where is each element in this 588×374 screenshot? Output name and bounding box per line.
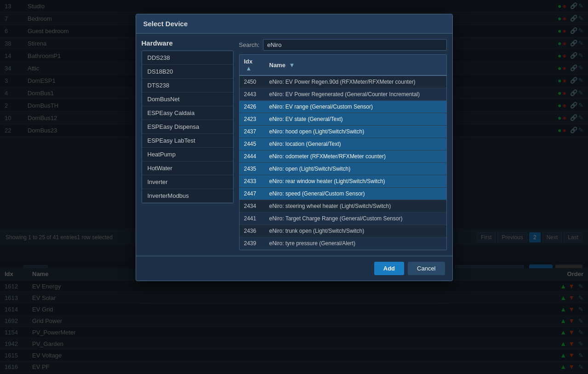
device-search: Search: xyxy=(239,39,447,51)
hardware-item[interactable]: ESPEasy Caldaia xyxy=(142,106,233,120)
device-idx: 2445 xyxy=(240,138,265,150)
hardware-item[interactable]: HeatPump xyxy=(142,148,233,161)
device-name: eNiro: EV state (General/Text) xyxy=(265,113,446,126)
modal-body: Hardware DDS238DS18B20DTS238DomBusNetESP… xyxy=(136,34,452,256)
list-item[interactable]: 2434 eNiro: steering wheel heater (Light… xyxy=(240,200,446,213)
device-idx: 2435 xyxy=(240,163,265,175)
list-item[interactable]: 2444 eNiro: odometer (RFXMeter/RFXMeter … xyxy=(240,150,446,163)
list-item[interactable]: 2426 eNiro: EV range (General/Custom Sen… xyxy=(240,101,446,113)
hardware-item[interactable]: Inverter xyxy=(142,175,233,189)
modal-footer: Add Cancel xyxy=(136,256,452,281)
list-item[interactable]: 2433 eNiro: rear window heater (Light/Sw… xyxy=(240,175,446,188)
list-item[interactable]: 2423 eNiro: EV state (General/Text) xyxy=(240,113,446,126)
device-name: eNiro: open (Light/Switch/Switch) xyxy=(265,163,446,175)
device-name: eNiro: speed (General/Custom Sensor) xyxy=(265,188,446,200)
device-name: eNiro: hood open (Light/Switch/Switch) xyxy=(265,126,446,138)
modal-title: Select Device xyxy=(143,20,188,28)
device-name: eNiro: steering wheel heater (Light/Swit… xyxy=(265,200,446,213)
idx-header-label: Idx xyxy=(244,58,253,65)
hardware-item[interactable]: ESPEasy Dispensa xyxy=(142,120,233,134)
device-idx: 2426 xyxy=(240,101,265,113)
device-col-idx[interactable]: Idx ▲ xyxy=(240,55,265,75)
name-sort-icon: ▼ xyxy=(289,62,295,69)
device-name: eNiro: EV Power Regenerated (General/Cou… xyxy=(265,88,446,101)
device-idx: 2444 xyxy=(240,150,265,163)
hardware-item[interactable]: DDS238 xyxy=(142,51,233,65)
device-name: eNiro: odometer (RFXMeter/RFXMeter count… xyxy=(265,150,446,163)
device-idx: 2439 xyxy=(240,237,265,250)
list-item[interactable]: 2447 eNiro: speed (General/Custom Sensor… xyxy=(240,188,446,200)
device-idx: 2437 xyxy=(240,126,265,138)
device-panel: Search: Idx ▲ Nam xyxy=(239,39,447,250)
device-table: Idx ▲ Name ▼ 2450 eNiro: EV Power Regen.… xyxy=(240,55,446,250)
list-item[interactable]: 2435 eNiro: open (Light/Switch/Switch) xyxy=(240,163,446,175)
list-item[interactable]: 2437 eNiro: hood open (Light/Switch/Swit… xyxy=(240,126,446,138)
hardware-item[interactable]: DomBusNet xyxy=(142,92,233,106)
list-item[interactable]: 2443 eNiro: EV Power Regenerated (Genera… xyxy=(240,88,446,101)
device-idx: 2450 xyxy=(240,75,265,88)
list-item[interactable]: 2439 eNiro: tyre pressure (General/Alert… xyxy=(240,237,446,250)
hardware-item[interactable]: InverterModbus xyxy=(142,189,233,203)
device-name: eNiro: EV Power Regen.90d (RFXMeter/RFXM… xyxy=(265,75,446,88)
hardware-list: DDS238DS18B20DTS238DomBusNetESPEasy Cald… xyxy=(142,51,234,203)
list-item[interactable]: 2441 eNiro: Target Charge Range (General… xyxy=(240,213,446,225)
device-name: eNiro: trunk open (Light/Switch/Switch) xyxy=(265,225,446,237)
device-name: eNiro: Target Charge Range (General/Cust… xyxy=(265,213,446,225)
device-search-input[interactable] xyxy=(263,39,446,51)
list-item[interactable]: 2450 eNiro: EV Power Regen.90d (RFXMeter… xyxy=(240,75,446,88)
idx-sort-icon: ▲ xyxy=(246,65,252,72)
name-header-label: Name xyxy=(269,62,285,69)
modal-dialog: Select Device Hardware DDS238DS18B20DTS2… xyxy=(136,14,453,281)
hardware-item[interactable]: ESPEasy LabTest xyxy=(142,134,233,148)
modal-add-button[interactable]: Add xyxy=(374,262,404,275)
hardware-item[interactable]: HotWater xyxy=(142,161,233,175)
hardware-item[interactable]: DS18B20 xyxy=(142,65,233,79)
list-item[interactable]: 2445 eNiro: location (General/Text) xyxy=(240,138,446,150)
device-name: eNiro: location (General/Text) xyxy=(265,138,446,150)
device-idx: 2423 xyxy=(240,113,265,126)
hardware-panel: Hardware DDS238DS18B20DTS238DomBusNetESP… xyxy=(142,39,234,250)
device-name: eNiro: EV range (General/Custom Sensor) xyxy=(265,101,446,113)
modal-cancel-button[interactable]: Cancel xyxy=(408,262,445,275)
device-col-name[interactable]: Name ▼ xyxy=(265,55,446,75)
device-table-wrap: Idx ▲ Name ▼ 2450 eNiro: EV Power Regen.… xyxy=(239,54,447,250)
device-idx: 2434 xyxy=(240,200,265,213)
device-idx: 2436 xyxy=(240,225,265,237)
list-item[interactable]: 2436 eNiro: trunk open (Light/Switch/Swi… xyxy=(240,225,446,237)
device-name: eNiro: rear window heater (Light/Switch/… xyxy=(265,175,446,188)
hardware-title: Hardware xyxy=(142,39,234,47)
device-idx: 2441 xyxy=(240,213,265,225)
device-idx: 2443 xyxy=(240,88,265,101)
device-idx: 2447 xyxy=(240,188,265,200)
hardware-item[interactable]: DTS238 xyxy=(142,79,233,92)
device-search-label: Search: xyxy=(239,41,260,48)
device-idx: 2433 xyxy=(240,175,265,188)
modal-overlay: Select Device Hardware DDS238DS18B20DTS2… xyxy=(0,0,588,374)
modal-header: Select Device xyxy=(136,14,452,34)
device-name: eNiro: tyre pressure (General/Alert) xyxy=(265,237,446,250)
